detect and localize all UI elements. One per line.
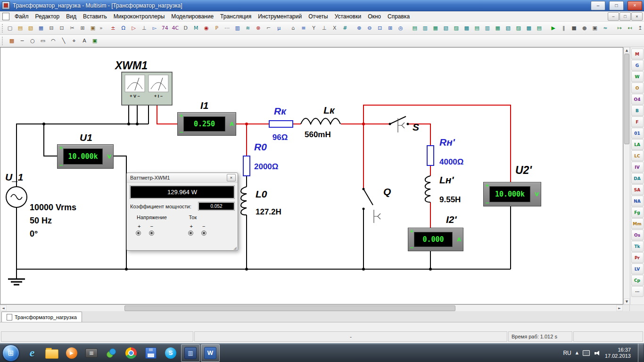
place-indicator-icon[interactable]: ◉ (201, 23, 212, 33)
forward-annotate-icon[interactable]: ↦ (614, 23, 625, 33)
component-bar-icon-13[interactable]: ▤ (534, 23, 545, 33)
network-icon[interactable] (583, 350, 590, 356)
back-annotate-icon[interactable]: ↤ (625, 23, 635, 33)
voltmeter-u2[interactable]: + − 10.000k V (483, 182, 541, 206)
line-icon[interactable]: ─ (17, 36, 27, 46)
close-button[interactable]: × (627, 1, 642, 10)
vertical-scroll-thumb[interactable] (624, 54, 629, 144)
menu-simulate[interactable]: Моделирование (168, 12, 217, 21)
cross-probe-icon[interactable]: ⊥ (319, 23, 330, 33)
place-ttl-icon[interactable]: 74 (160, 23, 170, 33)
place-mixed-icon[interactable]: M (191, 23, 201, 33)
language-indicator[interactable]: RU (563, 350, 571, 356)
zoom-fit-icon[interactable]: ⊞ (385, 23, 396, 33)
tab-transformer-load[interactable]: Трансформатор_нагрузка (1, 312, 82, 322)
floppy-app-icon[interactable] (141, 344, 160, 362)
mdi-close-button[interactable]: × (631, 12, 643, 21)
agilent-multimeter-icon[interactable]: Mm (631, 218, 644, 229)
pause-icon[interactable]: ‖ (559, 23, 569, 33)
resistor-rk[interactable]: Rк 96Ω (269, 106, 293, 142)
menu-view[interactable]: Вид (63, 12, 80, 21)
place-connector-icon[interactable]: ⌐ (264, 23, 274, 33)
ellipse-icon[interactable]: ○ (27, 36, 38, 46)
schematic-canvas[interactable]: U_1 10000 Vrms 50 Hz 0° (0, 47, 623, 304)
rect-icon[interactable]: ▭ (38, 36, 48, 46)
resistor-rn[interactable]: Rн' 4000Ω (427, 137, 463, 166)
voltmeter-u1[interactable]: + − 10.000k V (57, 144, 114, 169)
place-peripheral-icon[interactable]: ▥ (232, 23, 243, 33)
place-transistor-icon[interactable]: ⊥ (139, 23, 149, 33)
switch-s[interactable]: S (389, 116, 420, 132)
scroll-down-icon[interactable]: ▼ (624, 298, 630, 304)
place-mcu-icon[interactable]: µ (274, 23, 284, 33)
print-icon[interactable]: ⊟ (46, 23, 57, 33)
clock[interactable]: 16:37 17.02.2013 (605, 347, 631, 359)
zoom-out-icon[interactable]: ⊖ (364, 23, 375, 33)
switch-q[interactable]: Q (363, 186, 391, 223)
wattmeter-dialog-titlebar[interactable]: Ваттметр-XWM1 × (127, 173, 238, 183)
place-cmos-icon[interactable]: 4C (170, 23, 181, 33)
inductor-ln[interactable]: Lн' 9.55H (425, 174, 461, 204)
toolbar-handle[interactable] (2, 37, 5, 45)
place-analog-icon[interactable]: ▻ (149, 23, 160, 33)
save-icon[interactable]: ▦ (36, 23, 46, 33)
current-minus-terminal[interactable] (201, 230, 206, 236)
bode-plotter-icon[interactable]: B (631, 105, 644, 116)
color-palette-icon[interactable]: ▩ (7, 36, 17, 46)
print-preview-icon[interactable]: ⊡ (57, 23, 67, 33)
step-icon[interactable]: ▣ (590, 23, 600, 33)
iv-analyzer-icon[interactable]: IV (631, 162, 644, 173)
place-rf-icon[interactable]: ≋ (243, 23, 253, 33)
horizontal-scrollbar[interactable]: ◄ ► (0, 304, 644, 311)
export-icon[interactable]: ↥ (635, 23, 644, 33)
messenger-icon[interactable] (102, 344, 121, 362)
ammeter-i2[interactable]: + − 0.000 A (408, 228, 463, 251)
zoom-in-icon[interactable]: ⊕ (354, 23, 364, 33)
paste-icon[interactable]: ▣ (88, 23, 98, 33)
menu-file[interactable]: Файл (11, 12, 32, 21)
bus-icon[interactable]: ≡ (298, 23, 309, 33)
mdi-minimize-button[interactable]: – (608, 12, 619, 21)
cut-icon[interactable]: ✂ (67, 23, 77, 33)
skype-icon[interactable]: S (161, 344, 180, 362)
menu-edit[interactable]: Редактор (32, 12, 63, 21)
tektronix-oscilloscope-icon[interactable]: Tk (631, 241, 644, 252)
menu-place[interactable]: Вставить (80, 12, 110, 21)
place-diode-icon[interactable]: ▷ (129, 23, 139, 33)
current-plus-terminal[interactable] (188, 230, 193, 236)
toolbar-handle[interactable] (2, 24, 3, 33)
minimize-button[interactable]: – (591, 1, 605, 10)
media-player-icon[interactable]: ▶ (62, 344, 81, 362)
graph-x-icon[interactable]: X (330, 23, 340, 33)
multimeter-icon[interactable]: M (631, 49, 644, 59)
diagonal-line-icon[interactable]: ╲ (58, 36, 69, 46)
device-icon[interactable]: ▦ (82, 344, 101, 362)
function-generator-icon[interactable]: G (631, 60, 644, 71)
open-sample-icon[interactable]: ▧ (25, 23, 36, 33)
resize-grip-icon[interactable]: ◢ (233, 246, 237, 250)
measurement-probe-icon[interactable]: Pr (631, 252, 644, 263)
close-icon[interactable]: × (227, 174, 236, 181)
zoom-area-icon[interactable]: ⊡ (375, 23, 385, 33)
graph-y-icon[interactable]: Y (309, 23, 319, 33)
component-bar-icon-1[interactable]: ▤ (410, 23, 420, 33)
menu-help[interactable]: Справка (384, 12, 413, 21)
vertical-scrollbar[interactable]: ▲ ▼ (623, 47, 630, 304)
text-tool-icon[interactable]: A (79, 36, 90, 46)
menu-reports[interactable]: Отчеты (305, 12, 331, 21)
mdi-document-icon[interactable] (2, 13, 9, 20)
menu-options[interactable]: Установки (331, 12, 364, 21)
voltage-plus-terminal[interactable] (136, 230, 141, 236)
chrome-icon[interactable] (122, 344, 140, 362)
component-bar-icon-9[interactable]: ▦ (493, 23, 503, 33)
word-generator-icon[interactable]: 01 (631, 128, 644, 139)
place-source-icon[interactable]: ± (108, 23, 118, 33)
show-desktop-button[interactable] (638, 344, 643, 362)
menu-tools[interactable]: Инструментарий (255, 12, 305, 21)
ground-symbol[interactable] (8, 269, 25, 285)
distortion-analyzer-icon[interactable]: DA (631, 173, 644, 184)
component-bar-icon-2[interactable]: ▥ (420, 23, 430, 33)
scroll-up-icon[interactable]: ▲ (624, 47, 630, 53)
more-instruments-icon[interactable]: ⋯ (631, 286, 644, 297)
component-bar-icon-3[interactable]: ▦ (430, 23, 441, 33)
